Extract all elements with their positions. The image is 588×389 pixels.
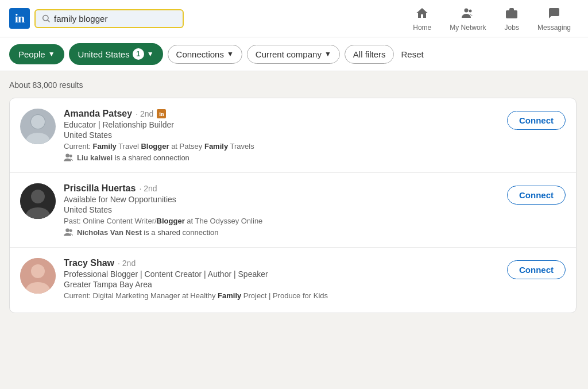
svg-point-10 bbox=[69, 155, 72, 157]
svg-rect-4 bbox=[506, 10, 517, 18]
my-network-icon bbox=[461, 6, 475, 22]
avatar bbox=[20, 258, 56, 294]
nav-my-network-label: My Network bbox=[450, 24, 486, 31]
svg-point-8 bbox=[26, 133, 50, 144]
united-states-chevron-icon: ▼ bbox=[147, 50, 154, 58]
connections-filter-label: Connections bbox=[176, 49, 224, 59]
degree-badge: · 2nd bbox=[136, 109, 153, 118]
degree-badge: · 2nd bbox=[118, 259, 136, 268]
result-location: Greater Tampa Bay Area bbox=[64, 280, 499, 289]
shared-connection-icon bbox=[64, 228, 74, 237]
linkedin-logo[interactable]: in bbox=[9, 8, 30, 29]
united-states-filter-label: United States bbox=[78, 49, 130, 59]
jobs-icon bbox=[505, 6, 519, 22]
current-company-filter-label: Current company bbox=[256, 49, 322, 59]
svg-point-7 bbox=[31, 115, 45, 129]
svg-point-12 bbox=[31, 190, 45, 203]
svg-point-14 bbox=[65, 228, 69, 232]
nav-messaging[interactable]: Messaging bbox=[529, 2, 579, 36]
result-name-line: Amanda Patsey · 2nd in bbox=[64, 109, 499, 119]
svg-point-17 bbox=[31, 264, 45, 278]
result-name[interactable]: Tracy Shaw bbox=[64, 258, 114, 268]
svg-line-1 bbox=[48, 20, 49, 22]
search-icon bbox=[41, 14, 51, 23]
navbar: in Home My Network Jobs bbox=[0, 0, 588, 37]
all-filters-label: All filters bbox=[353, 49, 386, 59]
connect-button[interactable]: Connect bbox=[507, 111, 566, 130]
messaging-icon bbox=[547, 6, 561, 22]
svg-point-15 bbox=[69, 229, 72, 232]
nav-jobs[interactable]: Jobs bbox=[497, 2, 527, 36]
nav-jobs-label: Jobs bbox=[505, 24, 519, 31]
avatar bbox=[20, 183, 56, 219]
search-box bbox=[34, 9, 184, 28]
result-title: Professional Blogger | Content Creator |… bbox=[64, 269, 499, 279]
people-filter-label: People bbox=[18, 49, 45, 59]
svg-point-2 bbox=[464, 8, 468, 12]
result-current: Current: Digital Marketing Manager at He… bbox=[64, 291, 499, 300]
svg-point-3 bbox=[469, 9, 471, 12]
result-name-line: Tracy Shaw · 2nd bbox=[64, 258, 499, 268]
shared-connection: Nicholas Van Nest is a shared connection bbox=[64, 228, 499, 237]
shared-connection-icon bbox=[64, 153, 74, 162]
nav-my-network[interactable]: My Network bbox=[442, 2, 494, 36]
results-count: About 83,000 results bbox=[9, 80, 577, 90]
connections-chevron-icon: ▼ bbox=[227, 50, 234, 58]
linkedin-open-icon[interactable]: in bbox=[157, 109, 166, 118]
result-title: Available for New Opportunities bbox=[64, 195, 499, 204]
result-title: Educator | Relationship Builder bbox=[64, 120, 499, 129]
result-item: Tracy Shaw · 2nd Professional Blogger | … bbox=[10, 248, 576, 313]
current-company-chevron-icon: ▼ bbox=[324, 50, 331, 58]
filter-bar: People ▼ United States 1 ▼ Connections ▼… bbox=[0, 37, 588, 71]
nav-home-label: Home bbox=[413, 24, 431, 31]
result-info: Priscilla Huertas · 2nd Available for Ne… bbox=[64, 183, 499, 237]
nav-home[interactable]: Home bbox=[405, 2, 439, 36]
people-chevron-icon: ▼ bbox=[48, 50, 55, 58]
all-filters-btn[interactable]: All filters bbox=[345, 45, 394, 64]
shared-connection-text: Liu kaiwei is a shared connection bbox=[77, 153, 189, 162]
avatar bbox=[20, 109, 56, 144]
result-name[interactable]: Priscilla Huertas bbox=[64, 183, 136, 194]
result-item: Priscilla Huertas · 2nd Available for Ne… bbox=[10, 173, 576, 248]
result-current: Current: Family Travel Blogger at Patsey… bbox=[64, 142, 499, 151]
reset-btn[interactable]: Reset bbox=[399, 45, 425, 63]
results-card: Amanda Patsey · 2nd in Educator | Relati… bbox=[9, 98, 577, 313]
home-icon bbox=[415, 6, 429, 22]
connect-button[interactable]: Connect bbox=[507, 260, 566, 279]
result-name-line: Priscilla Huertas · 2nd bbox=[64, 183, 499, 194]
people-filter-btn[interactable]: People ▼ bbox=[9, 44, 64, 64]
current-company-filter-btn[interactable]: Current company ▼ bbox=[247, 45, 340, 64]
result-current: Past: Online Content Writer/Blogger at T… bbox=[64, 217, 499, 225]
result-location: United States bbox=[64, 130, 499, 140]
search-input[interactable] bbox=[54, 14, 177, 24]
shared-connection-text: Nicholas Van Nest is a shared connection bbox=[77, 228, 218, 237]
connect-button[interactable]: Connect bbox=[507, 186, 566, 205]
result-item: Amanda Patsey · 2nd in Educator | Relati… bbox=[10, 98, 576, 173]
united-states-badge: 1 bbox=[133, 48, 144, 60]
result-info: Amanda Patsey · 2nd in Educator | Relati… bbox=[64, 109, 499, 162]
degree-badge: · 2nd bbox=[139, 184, 157, 193]
result-name[interactable]: Amanda Patsey bbox=[64, 109, 132, 119]
nav-messaging-label: Messaging bbox=[537, 24, 571, 31]
result-location: United States bbox=[64, 205, 499, 214]
connections-filter-btn[interactable]: Connections ▼ bbox=[168, 45, 242, 64]
shared-connection: Liu kaiwei is a shared connection bbox=[64, 153, 499, 162]
result-info: Tracy Shaw · 2nd Professional Blogger | … bbox=[64, 258, 499, 302]
united-states-filter-btn[interactable]: United States 1 ▼ bbox=[69, 43, 163, 65]
svg-point-9 bbox=[65, 153, 69, 157]
nav-items: Home My Network Jobs Messaging bbox=[405, 2, 579, 36]
main-content: About 83,000 results Amanda Patsey · 2nd… bbox=[0, 71, 586, 322]
